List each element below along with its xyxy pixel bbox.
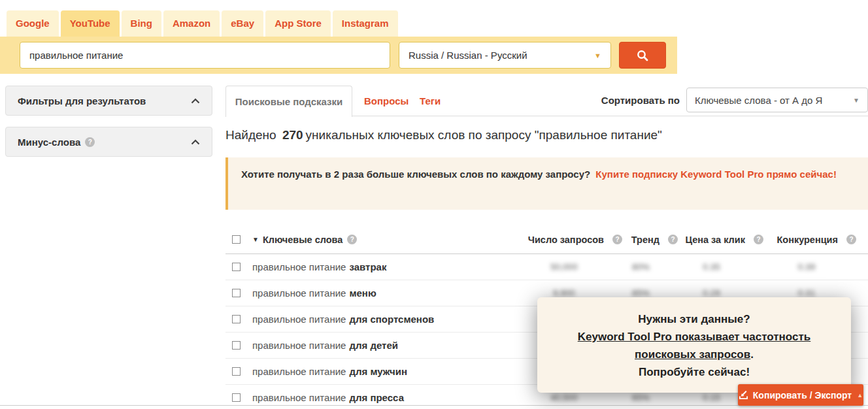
chevron-up-icon bbox=[191, 139, 200, 145]
sort-by-select[interactable]: Ключевые слова - от А до Я ▼ bbox=[686, 88, 868, 112]
keyword-suffix[interactable]: для спортсменов bbox=[349, 314, 434, 325]
keyword-base[interactable]: правильное питание bbox=[252, 261, 346, 272]
filters-panel-label: Фильтры для результатов bbox=[18, 95, 146, 106]
keyword-suffix[interactable]: для пресса bbox=[349, 392, 404, 403]
results-summary-prefix: Найдено bbox=[225, 128, 280, 142]
popup-after-link: . bbox=[750, 348, 754, 361]
keywords-header-cell: ▼ Ключевые слова ? bbox=[225, 235, 524, 245]
chevron-down-icon: ▼ bbox=[594, 52, 601, 59]
keyword-cell: правильное питание для детей bbox=[225, 340, 524, 351]
results-summary: Найдено 270уникальных ключевых слов по з… bbox=[225, 128, 662, 142]
engine-tab[interactable]: YouTube bbox=[61, 10, 120, 37]
cpc-value: 0.35 bbox=[703, 262, 720, 272]
search-button[interactable] bbox=[619, 42, 666, 69]
caret-up-icon: ▲ bbox=[857, 392, 863, 399]
row-checkbox[interactable] bbox=[232, 315, 241, 323]
keyword-suffix[interactable]: завтрак bbox=[349, 261, 386, 272]
promo-banner: Хотите получать в 2 раза больше ключевых… bbox=[225, 157, 868, 210]
promo-banner-link[interactable]: Купите подписку Keyword Tool Pro прямо с… bbox=[595, 169, 837, 180]
engine-tab[interactable]: Instagram bbox=[333, 10, 398, 37]
search-icon bbox=[635, 48, 650, 63]
engine-tabs: GoogleYouTubeBingAmazoneBayApp StoreInst… bbox=[7, 10, 398, 37]
popup-cta: Попробуйте сейчас! bbox=[559, 363, 829, 381]
keyword-search-input[interactable] bbox=[20, 42, 390, 69]
engine-tab[interactable]: Google bbox=[7, 10, 59, 37]
promo-banner-text: Хотите получать в 2 раза больше ключевых… bbox=[241, 169, 590, 180]
keyword-base[interactable]: правильное питание bbox=[252, 314, 346, 325]
trend-value: 65% bbox=[632, 393, 650, 402]
help-icon[interactable]: ? bbox=[85, 137, 95, 147]
keyword-base[interactable]: правильное питание bbox=[252, 287, 346, 299]
engine-tab[interactable]: App Store bbox=[265, 10, 331, 37]
engine-tab[interactable]: eBay bbox=[222, 10, 263, 37]
export-icon bbox=[739, 390, 748, 400]
trend-header-cell: Тренд ? bbox=[622, 235, 678, 245]
content-tabrow: Поисковые подсказки Вопросы Теги Сортиро… bbox=[225, 86, 868, 116]
keyword-cell: правильное питание для пресса bbox=[225, 392, 524, 403]
cpc-header-cell: Цена за клик ? bbox=[678, 235, 763, 245]
region-language-select[interactable]: Russia / Russian - Русский ▼ bbox=[399, 42, 611, 69]
copy-export-label: Копировать / Экспорт bbox=[753, 390, 852, 401]
pro-data-popup: Нужны эти данные? Keyword Tool Pro показ… bbox=[537, 297, 851, 393]
select-all-checkbox[interactable] bbox=[232, 235, 241, 244]
negative-keywords-label: Минус-слова bbox=[18, 137, 80, 148]
keyword-base[interactable]: правильное питание bbox=[252, 366, 346, 377]
keyword-cell: правильное питание для мужчин bbox=[225, 366, 524, 377]
trend-value: 80% bbox=[632, 262, 650, 272]
search-volume-column-label: Число запросов bbox=[528, 235, 604, 245]
page-bottom-divider bbox=[0, 405, 868, 406]
keyword-base[interactable]: правильное питание bbox=[252, 340, 346, 351]
volume-value: 40,500 bbox=[550, 393, 577, 402]
keyword-cell: правильное питание завтрак bbox=[225, 261, 524, 272]
volume-value: 9,900 bbox=[553, 288, 575, 298]
row-checkbox[interactable] bbox=[232, 393, 241, 402]
competition-column-label: Конкуренция bbox=[776, 235, 838, 245]
help-icon[interactable]: ? bbox=[754, 235, 763, 244]
popup-title: Нужны эти данные? bbox=[559, 310, 829, 328]
cpc-value: 0.29 bbox=[703, 288, 720, 298]
keyword-table-header: ▼ Ключевые слова ? Число запросов ? Трен… bbox=[225, 225, 868, 254]
chevron-up-icon bbox=[191, 98, 200, 104]
keyword-cell: правильное питание меню bbox=[225, 287, 524, 299]
competition-value: 0.31 bbox=[798, 288, 815, 298]
cpc-column-label: Цена за клик bbox=[685, 235, 745, 245]
engine-tab[interactable]: Amazon bbox=[163, 10, 220, 37]
cpc-value: 0.15 bbox=[703, 393, 720, 402]
sort-by-value: Ключевые слова - от А до Я bbox=[695, 95, 822, 106]
competition-header-cell: Конкуренция ? bbox=[763, 235, 868, 245]
keyword-cell: правильное питание для спортсменов bbox=[225, 314, 524, 325]
keyword-base[interactable]: правильное питание bbox=[252, 392, 346, 403]
trend-value: 85% bbox=[632, 288, 650, 298]
volume-value: 50,000 bbox=[550, 262, 577, 272]
help-icon[interactable]: ? bbox=[846, 235, 856, 244]
tab-tags[interactable]: Теги bbox=[420, 86, 441, 116]
popup-pro-link[interactable]: Keyword Tool Pro показывает частотность … bbox=[578, 331, 811, 361]
tab-questions[interactable]: Вопросы bbox=[364, 86, 409, 116]
sort-descending-icon[interactable]: ▼ bbox=[252, 236, 259, 243]
keyword-suffix[interactable]: меню bbox=[349, 287, 376, 299]
keyword-suffix[interactable]: для мужчин bbox=[349, 366, 407, 377]
engine-tab[interactable]: Bing bbox=[122, 10, 161, 37]
help-icon[interactable]: ? bbox=[612, 235, 622, 244]
chevron-down-icon: ▼ bbox=[853, 97, 860, 104]
results-summary-suffix: уникальных ключевых слов по запросу "пра… bbox=[306, 128, 662, 142]
row-checkbox[interactable] bbox=[232, 289, 241, 297]
search-volume-header-cell: Число запросов ? bbox=[524, 235, 622, 245]
results-count: 270 bbox=[282, 128, 303, 142]
keyword-suffix[interactable]: для детей bbox=[349, 340, 398, 351]
search-band: Russia / Russian - Русский ▼ bbox=[0, 37, 677, 74]
keywords-column-label: Ключевые слова bbox=[263, 235, 343, 245]
row-checkbox[interactable] bbox=[232, 263, 241, 271]
row-checkbox[interactable] bbox=[232, 367, 241, 376]
help-icon[interactable]: ? bbox=[668, 235, 678, 244]
competition-value: 0.39 bbox=[798, 262, 815, 272]
region-language-value: Russia / Russian - Русский bbox=[409, 50, 527, 61]
row-checkbox[interactable] bbox=[232, 341, 241, 350]
tab-search-suggestions[interactable]: Поисковые подсказки bbox=[225, 86, 352, 117]
negative-keywords-panel-toggle[interactable]: Минус-слова ? bbox=[5, 127, 212, 157]
trend-column-label: Тренд bbox=[631, 235, 659, 245]
table-row: правильное питание завтрак 50,000 80% 0.… bbox=[225, 254, 868, 280]
help-icon[interactable]: ? bbox=[347, 235, 357, 244]
filters-panel-toggle[interactable]: Фильтры для результатов bbox=[5, 86, 212, 116]
copy-export-button[interactable]: Копировать / Экспорт ▲ bbox=[738, 384, 863, 406]
